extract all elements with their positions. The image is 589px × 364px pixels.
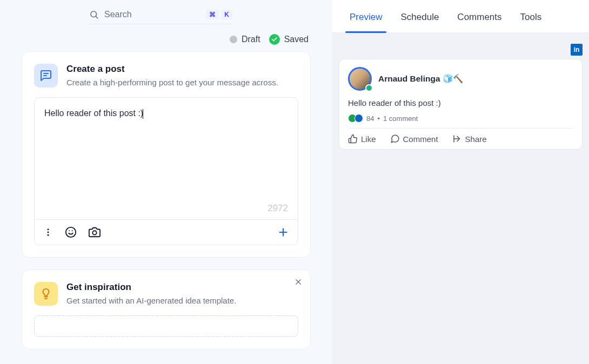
post-preview-card: Arnaud Belinga 🧊🔨 Hello reader of this p…	[339, 59, 583, 150]
create-post-title: Create a post	[66, 64, 278, 75]
inspiration-dropzone[interactable]	[34, 315, 298, 337]
emoji-button[interactable]	[65, 226, 77, 238]
left-pane: Search ⌘ K Draft Saved Create a post Cre…	[0, 0, 332, 364]
status-draft: Draft	[230, 35, 260, 44]
close-inspiration-button[interactable]	[294, 278, 303, 288]
tab-tools[interactable]: Tools	[520, 12, 542, 32]
presence-indicator-icon	[365, 84, 373, 92]
draft-dot-icon	[230, 36, 237, 43]
platform-badge: in	[339, 44, 583, 56]
preview-tabs: Preview Schedule Comments Tools	[332, 0, 589, 33]
tab-schedule[interactable]: Schedule	[400, 12, 439, 32]
svg-line-1	[96, 16, 97, 18]
svg-point-10	[92, 231, 96, 234]
post-engagement: 84 • 1 comment	[348, 114, 573, 129]
create-post-subtitle: Create a high-performing post to get you…	[66, 77, 278, 89]
inspiration-icon	[34, 282, 58, 306]
inspiration-header: Get inspiration Get started with an AI-g…	[34, 282, 298, 307]
share-label: Share	[465, 134, 487, 144]
text-caret	[143, 109, 143, 119]
search-bar[interactable]: Search ⌘ K	[89, 0, 232, 24]
right-pane: Preview Schedule Comments Tools in Arnau…	[332, 0, 589, 364]
create-post-icon	[34, 64, 58, 87]
saved-check-icon	[269, 34, 280, 45]
inspiration-text: Get inspiration Get started with an AI-g…	[66, 282, 236, 307]
kbd-k: K	[221, 10, 232, 19]
tab-preview[interactable]: Preview	[350, 12, 382, 32]
post-editor-content: Hello reader of this post :)	[44, 109, 143, 118]
camera-button[interactable]	[89, 226, 101, 238]
post-editor-textarea[interactable]: Hello reader of this post :)	[35, 98, 298, 203]
status-saved: Saved	[269, 34, 309, 45]
status-saved-label: Saved	[284, 35, 309, 44]
create-post-card: Create a post Create a high-performing p…	[22, 51, 311, 258]
editor-toolbar	[35, 219, 298, 245]
char-count: 2972	[35, 203, 298, 219]
inspiration-card: Get inspiration Get started with an AI-g…	[22, 269, 311, 349]
create-post-text: Create a post Create a high-performing p…	[66, 64, 278, 89]
comment-button[interactable]: Comment	[390, 134, 438, 144]
tab-comments[interactable]: Comments	[457, 12, 501, 32]
search-icon	[89, 10, 99, 19]
avatar	[348, 67, 372, 91]
comment-count: 1 comment	[383, 114, 418, 123]
post-editor: Hello reader of this post :) 2972	[34, 97, 298, 245]
post-author-name: Arnaud Belinga 🧊🔨	[378, 74, 463, 84]
engagement-sep: •	[377, 114, 380, 123]
like-button[interactable]: Like	[348, 134, 376, 144]
create-post-header: Create a post Create a high-performing p…	[34, 64, 298, 89]
inspiration-subtitle: Get started with an AI-generated idea te…	[66, 295, 236, 307]
preview-body: in Arnaud Belinga 🧊🔨 Hello reader of thi…	[332, 33, 589, 364]
search-placeholder: Search	[104, 10, 200, 19]
svg-point-7	[66, 227, 76, 237]
reaction-like-icon	[354, 114, 363, 123]
post-preview-text: Hello reader of this post :)	[348, 98, 573, 107]
linkedin-icon: in	[571, 44, 583, 56]
inspiration-title: Get inspiration	[66, 282, 236, 293]
more-options-button[interactable]	[43, 227, 53, 237]
like-label: Like	[361, 134, 376, 144]
kbd-cmd: ⌘	[206, 10, 219, 19]
post-actions: Like Comment Share	[348, 129, 573, 144]
svg-point-4	[48, 228, 49, 230]
comment-label: Comment	[403, 134, 438, 144]
post-head: Arnaud Belinga 🧊🔨	[348, 67, 573, 91]
svg-point-6	[48, 234, 49, 236]
reaction-icons	[348, 114, 363, 123]
search-shortcut: ⌘ K	[206, 10, 232, 19]
add-button[interactable]	[277, 226, 289, 238]
svg-point-5	[48, 231, 49, 233]
status-draft-label: Draft	[242, 35, 260, 44]
share-button[interactable]: Share	[452, 134, 487, 144]
status-row: Draft Saved	[0, 24, 332, 51]
engagement-count: 84	[366, 114, 374, 123]
